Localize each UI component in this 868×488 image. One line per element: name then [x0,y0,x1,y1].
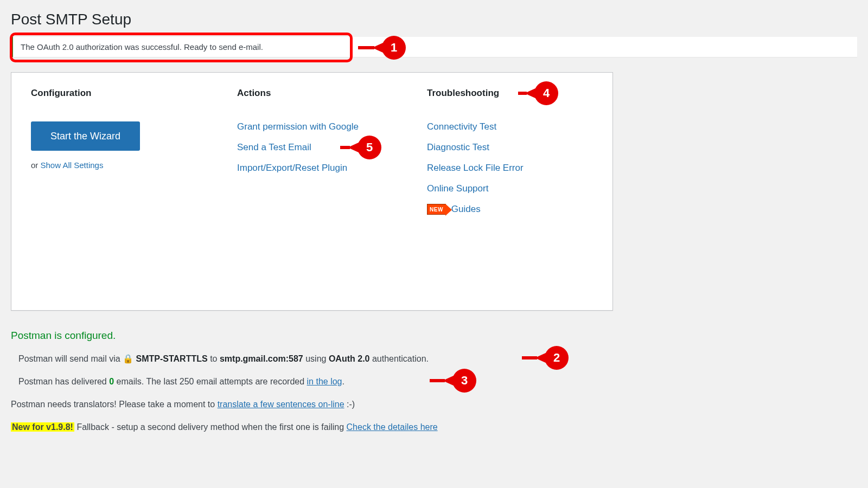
status-auth: OAuth 2.0 [329,354,370,363]
status-text: using [305,354,329,363]
release-lock-link[interactable]: Release Lock File Error [427,163,524,173]
status-text: emails. The last 250 email attempts are … [117,377,307,386]
new-version-note: New for v1.9.8! Fallback - setup a secon… [11,421,857,434]
list-item: Import/Export/Reset Plugin [237,163,405,174]
list-item: Release Lock File Error [427,163,595,174]
start-wizard-button[interactable]: Start the Wizard [31,121,140,151]
status-text: Postman will send mail via [18,354,123,363]
new-badge-icon: NEW [427,204,446,215]
status-area: Postman is configured. Postman will send… [11,328,857,434]
status-email-count: 0 [109,377,114,386]
status-transport-line: Postman will send mail via 🔒 SMTP-STARTT… [18,352,857,365]
list-item: Grant permission with Google [237,121,405,132]
annotation-callout-3: 3 [452,369,476,393]
new198-badge: New for v1.9.8! [11,422,74,432]
notice-container: The OAuth 2.0 authorization was successf… [11,37,857,57]
note-text: Postman needs translators! Please take a… [11,400,218,409]
show-all-settings-link[interactable]: Show All Settings [41,160,104,170]
translate-link[interactable]: translate a few sentences on-line [218,400,344,409]
status-delivery-line: Postman has delivered 0 emails. The last… [18,375,857,388]
list-item: NEW Guides [427,204,595,215]
diagnostic-test-link[interactable]: Diagnostic Test [427,142,489,152]
status-transport: SMTP-STARTTLS [136,354,208,363]
list-item: Online Support [427,183,595,194]
send-test-email-link[interactable]: Send a Test Email [237,142,311,152]
or-text: or [31,160,41,170]
annotation-callout-2: 2 [545,346,569,370]
annotation-callout-4: 4 [534,81,558,105]
status-text: authentication. [372,354,429,363]
configuration-heading: Configuration [31,88,215,99]
status-text: to [210,354,220,363]
connectivity-test-link[interactable]: Connectivity Test [427,121,496,132]
postman-configured-heading: Postman is configured. [11,328,857,344]
actions-column: Actions Grant permission with Google Sen… [237,88,405,288]
status-text: Postman has delivered [18,377,109,386]
online-support-link[interactable]: Online Support [427,183,488,194]
note-text: Fallback - setup a second delivery metho… [76,422,346,432]
actions-heading: Actions [237,88,405,99]
translators-note: Postman needs translators! Please take a… [11,398,857,411]
status-text: . [342,377,344,386]
note-text: :-) [347,400,355,409]
check-details-link[interactable]: Check the detailes here [347,422,438,432]
annotation-callout-5: 5 [358,136,381,159]
main-panel: Configuration Start the Wizard or Show A… [11,72,613,311]
success-notice: The OAuth 2.0 authorization was successf… [11,37,857,57]
page-title: Post SMTP Setup [11,7,857,29]
status-host: smtp.gmail.com:587 [220,354,303,363]
list-item: Send a Test Email 5 [237,142,405,153]
import-export-reset-link[interactable]: Import/Export/Reset Plugin [237,163,347,173]
troubleshooting-heading-text: Troubleshooting [427,88,499,98]
or-show-all: or Show All Settings [31,160,215,170]
list-item: Connectivity Test [427,121,595,132]
notice-text: The OAuth 2.0 authorization was successf… [21,42,263,52]
lock-icon: 🔒 [123,354,133,363]
configuration-column: Configuration Start the Wizard or Show A… [31,88,215,288]
grant-google-link[interactable]: Grant permission with Google [237,121,359,132]
guides-link[interactable]: Guides [451,204,481,215]
troubleshooting-column: Troubleshooting 4 Connectivity Test Diag… [427,88,595,288]
list-item: Diagnostic Test [427,142,595,153]
troubleshooting-heading: Troubleshooting 4 [427,88,595,99]
in-the-log-link[interactable]: in the log [307,377,342,386]
actions-list: Grant permission with Google Send a Test… [237,121,405,174]
troubleshooting-list: Connectivity Test Diagnostic Test Releas… [427,121,595,215]
